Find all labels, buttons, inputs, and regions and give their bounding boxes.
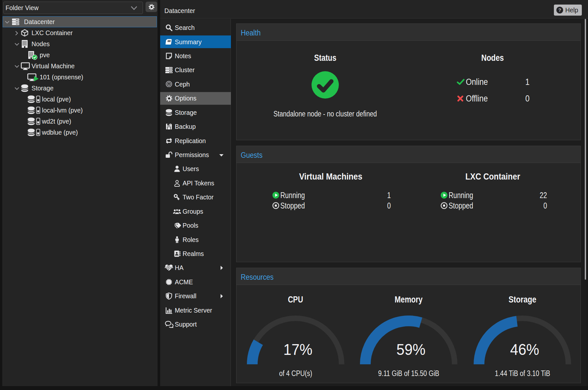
svg-text:?: ?	[558, 7, 561, 13]
